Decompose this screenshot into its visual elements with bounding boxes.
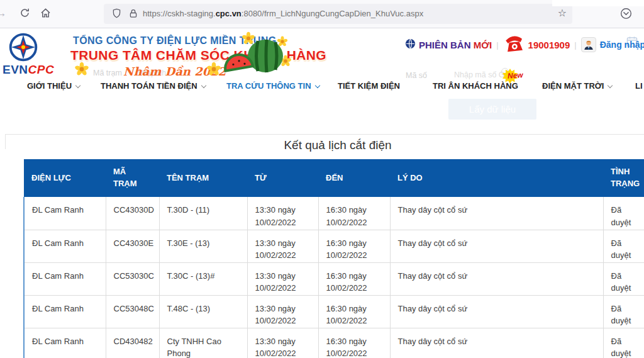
chevron-down-icon <box>75 83 80 88</box>
page-title: Kết quả lịch cắt điện <box>23 138 644 152</box>
url-text: https://cskh-staging.cpc.vn:8080/frm_Lic… <box>143 9 423 18</box>
nav-item-dien-mat-troi[interactable]: ĐIỆN MẶT TRỜI <box>542 81 612 91</box>
col-header-tinh-trang: TÌNH TRẠNG <box>603 159 644 197</box>
cell-tu: 13:30 ngày 10/02/2022 <box>247 230 318 262</box>
cell-ten-tram: T.48C - (13) <box>159 295 247 328</box>
lock-icon[interactable] <box>128 8 138 21</box>
cell-tu: 13:30 ngày 10/02/2022 <box>247 197 318 230</box>
col-header-ma-tram: MÃ TRẠM <box>106 159 159 197</box>
table-row: ĐL Cam Ranh CD430482 Cty TNHH Cao Phong … <box>24 328 644 358</box>
evncpc-logo-icon[interactable] <box>9 33 38 64</box>
cell-ly-do: Thay dây cột cổ sứ <box>390 328 603 358</box>
nav-item-gioi-thieu[interactable]: GIỚI THIỆU <box>27 81 80 91</box>
address-bar[interactable]: https://cskh-staging.cpc.vn:8080/frm_Lic… <box>104 4 572 24</box>
bookmark-star-icon[interactable]: ☆ <box>558 7 567 19</box>
cell-den: 16:30 ngày 10/02/2022 <box>318 262 390 295</box>
cell-dien-luc: ĐL Cam Ranh <box>24 328 106 358</box>
cell-tinh-trang: Đã duyệt <box>603 230 644 262</box>
hotline-number[interactable]: 19001909 <box>528 40 570 50</box>
cell-ten-tram: T.30D - (11) <box>159 197 247 230</box>
cell-ma-tram: CC53048C <box>106 295 159 328</box>
window-notch <box>552 0 644 6</box>
new-version-link[interactable]: PHIÊN BẢN MỚI <box>405 38 492 51</box>
cell-tu: 13:30 ngày 10/02/2022 <box>247 262 318 295</box>
cell-ten-tram: Cty TNHH Cao Phong <box>159 328 247 358</box>
cell-den: 16:30 ngày 10/02/2022 <box>318 295 390 328</box>
cell-den: 16:30 ngày 10/02/2022 <box>318 230 390 262</box>
cell-ma-tram: CD430482 <box>106 328 159 358</box>
chevron-down-icon <box>314 83 319 88</box>
reload-icon[interactable] <box>19 8 32 20</box>
cell-den: 16:30 ngày 10/02/2022 <box>318 197 390 230</box>
bg-form-code-label: Mã số <box>406 71 427 80</box>
cell-ten-tram: T.30C - (13)# <box>159 262 247 295</box>
col-header-dien-luc: ĐIỆN LỰC <box>24 159 106 197</box>
page: → https://cskh-staging.cpc.vn:8080/frm_L… <box>0 0 644 358</box>
cell-tinh-trang: Đã duyệt <box>603 328 644 358</box>
cell-tinh-trang: Đã duyệt <box>603 262 644 295</box>
cell-dien-luc: ĐL Cam Ranh <box>24 262 106 295</box>
cell-tinh-trang: Đã duyệt <box>603 197 644 230</box>
forward-icon[interactable]: → <box>0 6 7 20</box>
col-header-den: ĐẾN <box>318 159 390 197</box>
phone-icon <box>503 33 525 56</box>
globe-icon <box>405 38 416 51</box>
flower-icon <box>206 62 221 79</box>
col-header-tu: TỪ <box>247 159 318 197</box>
cell-dien-luc: ĐL Cam Ranh <box>24 197 106 230</box>
outage-results-table: ĐIỆN LỰC MÃ TRẠM TÊN TRẠM TỪ ĐẾN LÝ DO T… <box>23 159 644 358</box>
cell-ten-tram: T.30E - (13) <box>159 230 247 262</box>
cell-den: 16:30 ngày 10/02/2022 <box>318 328 390 358</box>
cell-ma-tram: CC43030E <box>106 230 159 262</box>
chevron-down-icon <box>201 83 206 88</box>
cell-ly-do: Thay dây cột cổ sứ <box>390 295 603 328</box>
separator: | <box>574 40 576 50</box>
cell-ly-do: Thay dây cột cổ sứ <box>390 230 603 262</box>
site-header: Mã trạm Nhập nh Mã số Nhập mã số G EVNCP… <box>0 28 644 82</box>
home-icon[interactable] <box>40 8 53 20</box>
login-link[interactable]: Đăng nhập <box>600 40 644 50</box>
table-row: ĐL Cam Ranh CC43030E T.30E - (13) 13:30 … <box>24 230 644 262</box>
cell-tinh-trang: Đã duyệt <box>603 295 644 328</box>
chevron-down-icon <box>608 83 613 88</box>
cell-ma-tram: CC53030C <box>106 262 159 295</box>
pocket-icon[interactable] <box>620 8 633 20</box>
fetch-data-button[interactable]: Lấy dữ liệu <box>448 99 536 120</box>
table-row: ĐL Cam Ranh CC53030C T.30C - (13)# 13:30… <box>24 262 644 295</box>
evncpc-wordmark: EVNCPC <box>3 63 54 77</box>
nav-item-lien-he[interactable]: LI <box>635 81 643 91</box>
main-nav: GIỚI THIỆU THANH TOÁN TIỀN ĐIỆN TRA CỨU … <box>0 79 644 97</box>
nav-item-tiet-kiem[interactable]: TIẾT KIỆM ĐIỆN <box>338 81 400 91</box>
cell-dien-luc: ĐL Cam Ranh <box>24 295 106 328</box>
divider <box>5 134 6 149</box>
table-header-row: ĐIỆN LỰC MÃ TRẠM TÊN TRẠM TỪ ĐẾN LÝ DO T… <box>24 159 644 197</box>
table-row: ĐL Cam Ranh CC53048C T.48C - (13) 13:30 … <box>24 295 644 328</box>
cell-ly-do: Thay dây cột cổ sứ <box>390 197 603 230</box>
tracking-shield-icon[interactable] <box>111 8 122 21</box>
watermelon-icon <box>220 33 289 79</box>
nav-item-tra-cuu[interactable]: TRA CỨU THÔNG TIN <box>226 81 319 91</box>
user-avatar-icon <box>581 37 596 52</box>
bg-form-station-label: Mã trạm <box>93 69 122 77</box>
flower-icon <box>74 62 89 79</box>
separator: | <box>496 40 498 50</box>
col-header-ten-tram: TÊN TRẠM <box>159 159 247 197</box>
col-header-ly-do: LÝ DO <box>390 159 603 197</box>
cell-ly-do: Thay dây cột cổ sứ <box>390 262 603 295</box>
divider <box>5 134 644 135</box>
table-row: ĐL Cam Ranh CC43030D T.30D - (11) 13:30 … <box>24 197 644 230</box>
cell-tu: 13:30 ngày 10/02/2022 <box>247 295 318 328</box>
bg-form-code-placeholder: Nhập mã số G <box>454 70 505 79</box>
cell-dien-luc: ĐL Cam Ranh <box>24 230 106 262</box>
browser-toolbar: → https://cskh-staging.cpc.vn:8080/frm_L… <box>0 0 644 28</box>
new-badge: New <box>502 69 526 84</box>
cell-ma-tram: CC43030D <box>106 197 159 230</box>
nav-item-thanh-toan[interactable]: THANH TOÁN TIỀN ĐIỆN <box>101 81 206 91</box>
cell-tu: 13:30 ngày 10/02/2022 <box>247 328 318 358</box>
